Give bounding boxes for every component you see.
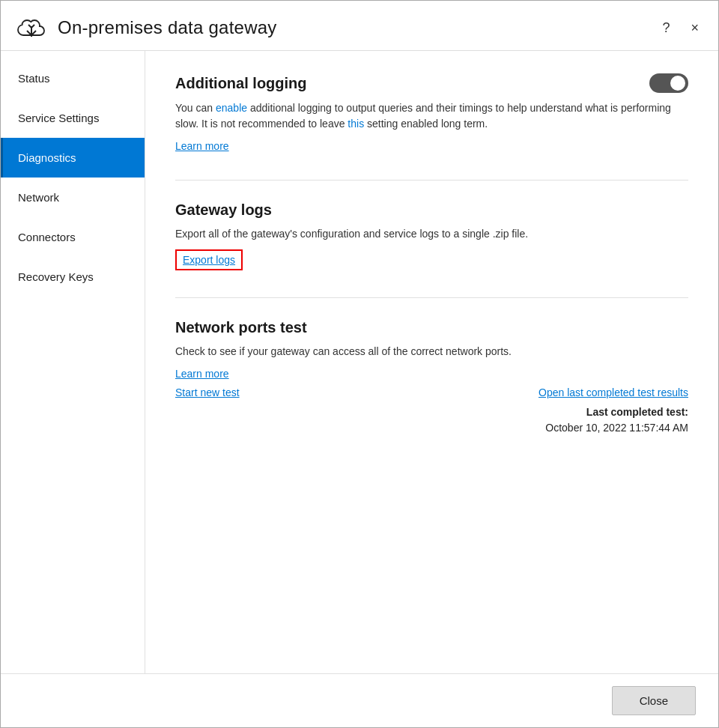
sidebar-item-status[interactable]: Status (1, 58, 145, 98)
main-content: Additional logging You can enable additi… (145, 51, 718, 673)
app-title: On-premises data gateway (58, 17, 277, 38)
additional-logging-section: Additional logging You can enable additi… (175, 73, 688, 153)
app-icon (16, 14, 47, 41)
close-button[interactable]: Close (612, 686, 696, 715)
window-close-button[interactable]: × (686, 19, 703, 37)
gateway-logs-desc: Export all of the gateway's configuratio… (175, 226, 688, 242)
title-actions: ? × (658, 19, 703, 37)
network-ports-learn-more[interactable]: Learn more (175, 368, 229, 380)
sidebar-item-connectors[interactable]: Connectors (1, 217, 145, 257)
gateway-logs-title: Gateway logs (175, 201, 272, 219)
sidebar-item-network[interactable]: Network (1, 178, 145, 217)
last-test-label: Last completed test: (545, 404, 688, 420)
title-left: On-premises data gateway (16, 14, 277, 41)
network-test-row: Start new test Open last completed test … (175, 386, 688, 398)
divider-2 (175, 297, 688, 298)
additional-logging-desc: You can enable additional logging to out… (175, 100, 688, 132)
additional-logging-toggle[interactable] (649, 73, 688, 93)
gateway-logs-header-row: Gateway logs (175, 201, 688, 219)
sidebar-item-service-settings[interactable]: Service Settings (1, 98, 145, 138)
content-area: Status Service Settings Diagnostics Netw… (1, 51, 718, 673)
enable-highlight: enable (216, 102, 247, 114)
additional-logging-header-row: Additional logging (175, 73, 688, 93)
sidebar-item-diagnostics[interactable]: Diagnostics (1, 138, 145, 178)
network-ports-header-row: Network ports test (175, 319, 688, 336)
last-test-info: Last completed test: October 10, 2022 11… (545, 404, 688, 436)
divider-1 (175, 180, 688, 181)
sidebar: Status Service Settings Diagnostics Netw… (1, 51, 145, 673)
title-bar: On-premises data gateway ? × (1, 1, 718, 51)
footer: Close (1, 673, 718, 727)
last-test-info-container: Last completed test: October 10, 2022 11… (175, 404, 688, 436)
export-logs-link[interactable]: Export logs (175, 249, 243, 270)
dialog: On-premises data gateway ? × Status Serv… (0, 0, 719, 728)
sidebar-item-recovery-keys[interactable]: Recovery Keys (1, 257, 145, 297)
toggle-slider (649, 73, 688, 93)
open-last-results-link[interactable]: Open last completed test results (539, 386, 688, 398)
svg-line-2 (31, 25, 34, 28)
this-highlight: this (348, 118, 364, 130)
gateway-logs-section: Gateway logs Export all of the gateway's… (175, 201, 688, 270)
last-test-label-text: Last completed test: (586, 406, 688, 418)
additional-logging-title: Additional logging (175, 75, 307, 92)
help-button[interactable]: ? (658, 19, 674, 37)
network-ports-title: Network ports test (175, 319, 307, 336)
additional-logging-learn-more[interactable]: Learn more (175, 140, 229, 152)
network-ports-desc: Check to see if your gateway can access … (175, 344, 688, 360)
last-test-value: October 10, 2022 11:57:44 AM (545, 420, 688, 436)
start-new-test-link[interactable]: Start new test (175, 386, 240, 398)
network-ports-test-section: Network ports test Check to see if your … (175, 319, 688, 436)
